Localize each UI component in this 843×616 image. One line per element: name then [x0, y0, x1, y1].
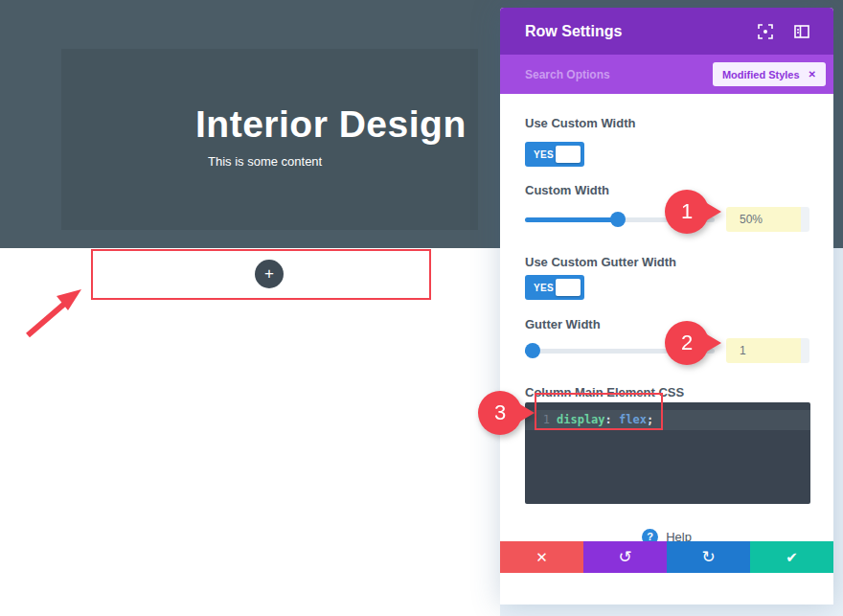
close-icon: ✕	[535, 549, 548, 566]
modified-styles-chip[interactable]: Modified Styles ✕	[713, 62, 826, 86]
chip-close-icon[interactable]: ✕	[809, 69, 816, 80]
toggle-yes-label: YES	[534, 149, 554, 160]
panel-title: Row Settings	[525, 23, 737, 40]
page-right-gutter	[833, 248, 843, 616]
page-root: Interior Design This is some content + R…	[0, 0, 843, 616]
row-settings-panel: Row Settings Search Options Modified Sty…	[500, 8, 833, 605]
toggle-knob	[556, 146, 581, 163]
search-options-placeholder: Search Options	[525, 68, 713, 81]
use-custom-gutter-width-toggle[interactable]: YES	[525, 275, 584, 300]
toggle-yes-label: YES	[534, 283, 554, 293]
annotation-marker-3: 3	[478, 391, 522, 435]
undo-button[interactable]: ↺	[583, 541, 667, 573]
redo-button[interactable]: ↻	[667, 541, 750, 573]
custom-width-slider-knob[interactable]	[610, 212, 626, 227]
use-custom-gutter-width-label: Use Custom Gutter Width	[525, 255, 676, 269]
code-line-highlight-box	[535, 393, 663, 430]
hero-title: Interior Design	[195, 103, 467, 146]
slider-fill	[525, 217, 618, 222]
use-custom-width-toggle[interactable]: YES	[525, 142, 584, 167]
plus-icon: +	[264, 264, 274, 283]
search-options-bar[interactable]: Search Options Modified Styles ✕	[500, 55, 833, 94]
check-icon: ✔	[786, 549, 798, 566]
gutter-width-slider-knob[interactable]	[525, 343, 540, 358]
annotation-marker-1: 1	[665, 190, 709, 234]
hero-subtitle: This is some content	[208, 154, 322, 169]
add-row-highlight-box: +	[91, 249, 431, 300]
hero-inner-box: Interior Design This is some content	[61, 49, 478, 230]
custom-width-input[interactable]	[726, 207, 809, 232]
annotation-arrow	[14, 281, 91, 343]
panel-header: Row Settings	[500, 8, 833, 55]
panel-footer: ✕ ↺ ↻ ✔	[500, 541, 833, 573]
add-row-button[interactable]: +	[255, 260, 284, 288]
gutter-width-input[interactable]	[726, 338, 809, 363]
discard-button[interactable]: ✕	[500, 541, 583, 573]
gutter-width-label: Gutter Width	[525, 317, 601, 331]
annotation-marker-2: 2	[665, 321, 709, 365]
custom-width-label: Custom Width	[525, 183, 609, 197]
page-bottom-gutter	[500, 605, 843, 616]
panel-layout-icon[interactable]	[794, 24, 809, 39]
toggle-knob	[556, 279, 581, 296]
modified-styles-chip-label: Modified Styles	[722, 69, 800, 80]
redo-icon: ↻	[701, 547, 715, 567]
use-custom-width-label: Use Custom Width	[525, 116, 635, 130]
undo-icon: ↺	[618, 547, 631, 567]
save-button[interactable]: ✔	[750, 541, 833, 573]
focus-preview-icon[interactable]	[758, 24, 773, 39]
